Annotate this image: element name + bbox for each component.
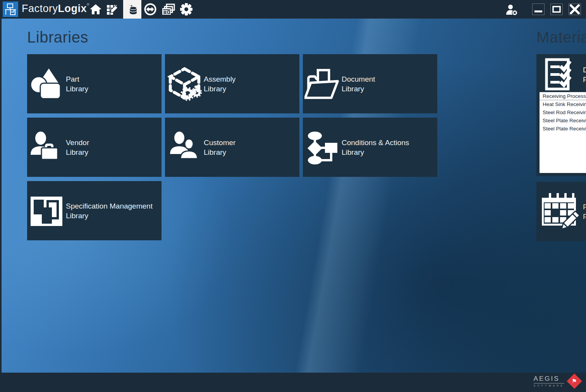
shapes-icon (27, 67, 66, 101)
tile-label-line2: Processes (583, 75, 586, 84)
maximize-button[interactable] (550, 3, 563, 15)
calendar-pencil-icon (536, 192, 583, 231)
tile-label-line1: Conditions & Actions (342, 138, 409, 147)
tile-label-line2: Library (66, 211, 153, 221)
tile-vendor-library[interactable]: Vendor Library (27, 118, 162, 177)
flowchart-icon (303, 130, 342, 165)
receiving-process-list[interactable]: Receiving Process Heat Sink Receiving Pr… (540, 92, 586, 173)
tile-label-line1: Assembly (204, 74, 235, 84)
minimize-button[interactable] (532, 3, 545, 15)
status-bar: AEGIS SOFTWARE ⚑ (0, 373, 586, 392)
list-item[interactable]: Steel Plate Receiving Process (540, 125, 586, 133)
tile-define-receiving-processes[interactable]: Define Receiving Processes Receiving Pro… (536, 54, 586, 176)
tile-document-library[interactable]: Document Library (303, 54, 437, 113)
libraries-title: Libraries (27, 29, 88, 46)
list-item[interactable]: Steel Rod Receiving Process (540, 108, 586, 116)
aegis-software-text: SOFTWARE (534, 384, 564, 387)
tile-label-line2: Planning (583, 212, 586, 221)
person-briefcase-icon (27, 130, 66, 165)
tile-label-line1: Vendor (66, 138, 89, 147)
tile-label-line2: Library (66, 84, 88, 94)
tile-customer-library[interactable]: Customer Library (165, 118, 299, 177)
aegis-logo: AEGIS SOFTWARE ⚑ (534, 375, 582, 387)
npi-grid-pencil-icon[interactable] (106, 3, 119, 15)
aegis-flag-icon: ⚑ (567, 373, 582, 389)
libraries-grid: Part Library (27, 54, 437, 240)
tile-label-line2: Library (342, 147, 409, 157)
app-title: FactoryLogix® (22, 3, 89, 15)
two-people-icon (165, 130, 204, 165)
cube-gears-icon (165, 66, 204, 102)
home-icon[interactable] (89, 3, 102, 15)
aegis-brand-text: AEGIS (534, 375, 564, 383)
list-item[interactable]: Heat Sink Receiving Process (540, 100, 586, 108)
tile-label-line1: Specification Management (66, 201, 153, 211)
tile-label-line2: Library (204, 147, 235, 157)
list-item[interactable]: Steel Plate Receiving Process (540, 116, 586, 125)
materials-title: Materials (536, 29, 586, 46)
tile-label-line2: Library (342, 84, 375, 94)
close-button[interactable] (569, 3, 581, 15)
factorylogix-logo-icon (3, 2, 18, 17)
tile-label-line1: Customer (204, 138, 235, 147)
open-folder-icon (303, 66, 342, 102)
list-header: Receiving Process (540, 92, 586, 100)
user-logout-icon[interactable] (505, 4, 518, 16)
wallpaper: Libraries Part Library (2, 19, 586, 373)
tile-assembly-library[interactable]: Assembly Library (165, 54, 299, 113)
tile-label-line1: Document (342, 74, 375, 84)
checklist-icon (536, 58, 583, 92)
title-bar: FactoryLogix® (0, 0, 586, 19)
settings-gear-icon[interactable] (180, 3, 192, 15)
reports-windows-icon[interactable] (161, 3, 176, 15)
tile-specification-management-library[interactable]: Specification Management Library (27, 181, 162, 240)
tile-label-line1: Define Receiving (583, 65, 586, 75)
library-database-icon[interactable] (123, 0, 141, 19)
tile-label-line1: Production (583, 202, 586, 212)
tile-part-library[interactable]: Part Library (27, 54, 162, 113)
tile-label-line2: Library (204, 84, 235, 94)
tile-label-line1: Part (66, 74, 88, 84)
logistics-transfer-icon[interactable] (144, 3, 156, 15)
tile-label-line2: Library (66, 147, 89, 157)
tile-conditions-actions-library[interactable]: Conditions & Actions Library (303, 118, 437, 177)
specification-documents-icon (27, 193, 66, 228)
tile-production-planning[interactable]: Production Planning (536, 182, 586, 241)
